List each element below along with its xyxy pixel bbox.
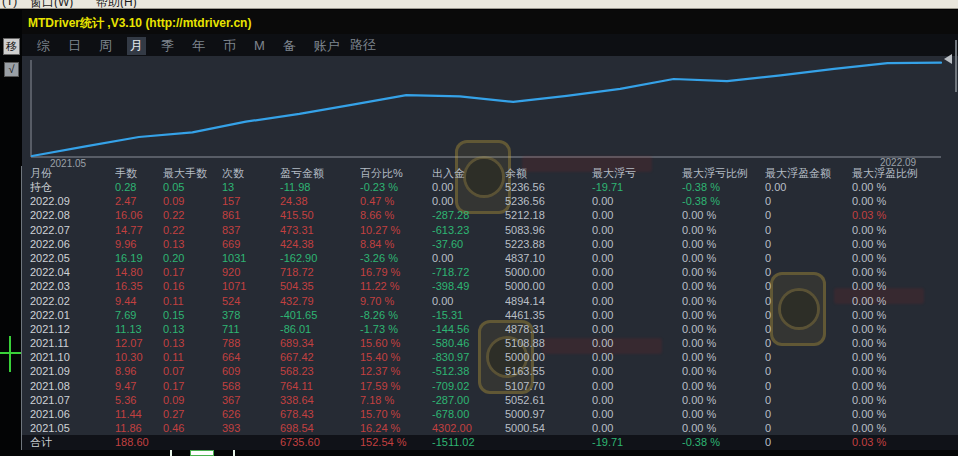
check-tool-button[interactable]: √ [4,62,19,77]
cell-value: 0.05 [163,180,222,194]
menu-item-help[interactable]: 帮助(H) [96,0,137,9]
table-row[interactable]: 2022.0316.350.161071504.3511.22 %-398.49… [22,279,958,293]
cell-value: 17.59 % [360,379,432,393]
cell-value: -3.26 % [360,251,432,265]
table-row[interactable]: 持仓0.280.0513-11.98-0.23 %0.005236.56-19.… [22,180,958,194]
table-row[interactable]: 2022.069.960.13669424.388.84 %-37.605223… [22,237,958,251]
table-row[interactable]: 2021.1211.130.13711-86.01-1.73 %-144.564… [22,322,958,336]
table-row[interactable]: 2022.0516.190.201031-162.90-3.26 %0.0048… [22,251,958,265]
table-row[interactable]: 2021.089.470.17568764.1117.59 %-709.0251… [22,379,958,393]
cell-value: 0.00 [592,364,682,378]
cell-value: 16.35 [115,279,163,293]
toolbar-tab-日[interactable]: 日 [68,37,81,55]
cell-value: -19.71 [592,180,682,194]
column-header: 最大浮亏 [592,166,682,180]
cell-value: 5000.00 [505,279,592,293]
cell-value: 524 [222,294,280,308]
cell-value: 0 [765,237,852,251]
table-row[interactable]: 2021.098.960.07609568.2312.37 %-512.3851… [22,364,958,378]
cell-value: 0 [765,421,852,435]
table-row[interactable]: 2021.0511.860.46393698.5416.24 %4302.005… [22,421,958,435]
left-tool-strip: 移 √ [0,10,22,456]
crosshair-cursor-horizontal [0,352,22,354]
table-row[interactable]: 2021.0611.440.27626678.4315.70 %-678.005… [22,407,958,421]
toolbar-tab-年[interactable]: 年 [192,37,205,55]
cell-value: 11.44 [115,407,163,421]
toolbar-tab-季[interactable]: 季 [161,37,174,55]
menu-item-window[interactable]: 窗口(W) [30,0,73,9]
table-row[interactable]: 2022.092.470.0915724.380.47 %0.005236.56… [22,194,958,208]
cell-value: 5083.96 [505,223,592,237]
bottom-selection-handle[interactable] [190,450,214,456]
cell-value: 393 [222,421,280,435]
toolbar-tab-账户[interactable]: 账户 [314,37,340,55]
cell-value: 0 [765,364,852,378]
cell-value: 473.31 [280,223,360,237]
row-month-label: 持仓 [30,180,115,194]
table-row[interactable]: 2022.017.690.15378-401.65-8.26 %-15.3144… [22,308,958,322]
cell-value: 0.00 % [682,279,765,293]
cell-value: 0.11 [163,294,222,308]
cell-value: 609 [222,364,280,378]
cell-value: 0.28 [115,180,163,194]
table-row[interactable]: 2022.0816.060.22861415.508.66 %-287.2852… [22,208,958,222]
cell-value: 0 [765,294,852,308]
table-row[interactable]: 2021.075.360.09367338.647.18 %-287.00505… [22,393,958,407]
column-header: 盈亏金额 [280,166,360,180]
cell-value: 0.00 % [852,294,958,308]
toolbar-tab-M[interactable]: M [254,37,265,55]
cell-value: 5000.97 [505,407,592,421]
cell-value: -1.73 % [360,322,432,336]
cell-value: 16.19 [115,251,163,265]
cell-value: 0.00 [592,407,682,421]
cell-value: 5108.88 [505,336,592,350]
cell-value: 0.00 % [682,407,765,421]
cell-value: 0.00 % [682,265,765,279]
row-month-label: 2022.03 [30,279,115,293]
row-month-label: 2021.12 [30,322,115,336]
toolbar-tab-备[interactable]: 备 [283,37,296,55]
cell-value: -287.00 [432,393,505,407]
cell-value: 415.50 [280,208,360,222]
row-month-label: 2022.05 [30,251,115,265]
toolbar-tab-综[interactable]: 综 [37,37,50,55]
cell-value: 11.13 [115,322,163,336]
table-row[interactable]: 2021.1010.300.11664667.4215.40 %-830.975… [22,350,958,364]
column-header: 次数 [222,166,280,180]
table-row[interactable]: 2022.029.440.11524432.799.70 %0.004894.1… [22,294,958,308]
cell-value: 15.70 % [360,407,432,421]
row-month-label: 2022.09 [30,194,115,208]
cell-value: 0.46 [163,421,222,435]
cell-value: 626 [222,407,280,421]
row-month-label: 2021.06 [30,407,115,421]
cell-value: 0 [765,251,852,265]
cell-value: 432.79 [280,294,360,308]
cell-value: -11.98 [280,180,360,194]
cell-value: 5000.00 [505,265,592,279]
cell-value: -1511.02 [432,435,505,449]
cell-value: 664 [222,350,280,364]
chart-end-marker-icon [944,54,952,64]
cell-value: 711 [222,322,280,336]
cell-value: -0.23 % [360,180,432,194]
cell-value: 0.00 [432,180,505,194]
toolbar-tab-月[interactable]: 月 [127,37,146,55]
cell-value [222,435,280,449]
cell-value: 0.00 [592,265,682,279]
table-row[interactable]: 2022.0714.770.22837473.3110.27 %-613.235… [22,223,958,237]
cell-value: 0 [765,393,852,407]
table-row[interactable]: 2021.1112.070.13788689.3415.60 %-580.465… [22,336,958,350]
move-tool-button[interactable]: 移 [3,38,20,55]
cell-value: 152.54 % [360,435,432,449]
cell-value: 15.40 % [360,350,432,364]
cell-value: -830.97 [432,350,505,364]
cell-value: 0.09 [163,393,222,407]
cell-value: 667.42 [280,350,360,364]
toolbar-tab-周[interactable]: 周 [99,37,112,55]
toolbar-tab-币[interactable]: 币 [223,37,236,55]
table-row[interactable]: 2022.0414.800.17920718.7216.79 %-718.725… [22,265,958,279]
cell-value: 0.09 [163,194,222,208]
table-total-row[interactable]: 合计188.606735.60152.54 %-1511.02-19.71-0.… [22,435,958,449]
cell-value: 718.72 [280,265,360,279]
path-button[interactable]: 路径 [350,36,376,54]
